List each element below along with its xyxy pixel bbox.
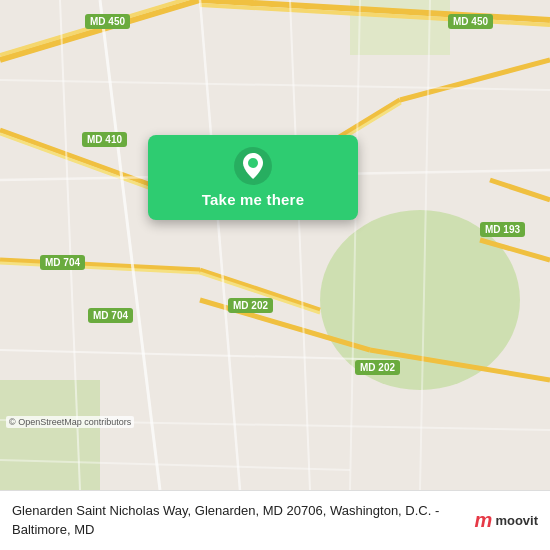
bottom-bar: Glenarden Saint Nicholas Way, Glenarden,… xyxy=(0,490,550,550)
badge-md193: MD 193 xyxy=(480,222,525,237)
map-container: MD 450 MD 450 MD 410 MD 704 MD 704 MD 20… xyxy=(0,0,550,490)
take-me-there-button[interactable]: Take me there xyxy=(202,191,304,208)
moovit-logo-letter: m xyxy=(475,509,493,532)
moovit-logo-name: moovit xyxy=(495,513,538,528)
badge-md202-mid: MD 202 xyxy=(228,298,273,313)
moovit-logo: m moovit xyxy=(475,509,538,532)
badge-md704-left: MD 704 xyxy=(40,255,85,270)
badge-md410: MD 410 xyxy=(82,132,127,147)
address-text: Glenarden Saint Nicholas Way, Glenarden,… xyxy=(12,502,469,538)
badge-md704-bottom: MD 704 xyxy=(88,308,133,323)
svg-rect-6 xyxy=(0,380,100,490)
badge-md450-right: MD 450 xyxy=(448,14,493,29)
svg-point-5 xyxy=(320,210,520,390)
badge-md202-bottom: MD 202 xyxy=(355,360,400,375)
popup-card[interactable]: Take me there xyxy=(148,135,358,220)
location-pin-icon xyxy=(234,147,272,185)
osm-attribution: © OpenStreetMap contributors xyxy=(6,416,134,428)
svg-point-37 xyxy=(248,158,258,168)
badge-md450-left: MD 450 xyxy=(85,14,130,29)
